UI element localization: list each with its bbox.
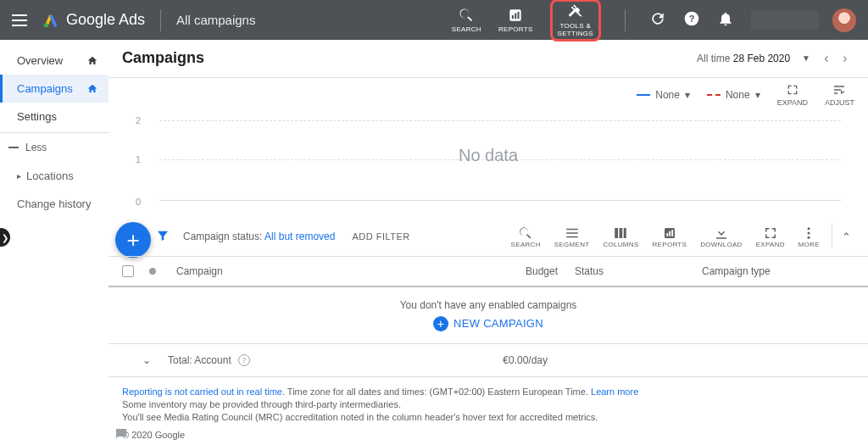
help-icon[interactable]: ? — [238, 354, 250, 366]
filter-icon[interactable] — [156, 229, 170, 245]
chart-expand-button[interactable]: EXPAND — [777, 83, 808, 107]
sidebar-item-settings[interactable]: Settings — [0, 103, 108, 131]
sidebar-item-label: Overview — [17, 54, 63, 67]
tools-settings-label-2: SETTINGS — [558, 30, 593, 37]
select-all-checkbox[interactable] — [122, 265, 134, 277]
sidebar-less-toggle[interactable]: Less — [0, 132, 108, 162]
help-icon[interactable]: ? — [683, 10, 700, 30]
chart-area: 2 1 0 No data — [136, 112, 841, 207]
svg-text:?: ? — [689, 14, 695, 24]
hamburger-icon[interactable] — [12, 11, 31, 30]
sidebar-item-label: Locations — [26, 170, 74, 182]
context-label[interactable]: All campaigns — [176, 13, 255, 27]
search-label: SEARCH — [452, 25, 481, 33]
table-search-button[interactable]: SEARCH — [511, 225, 541, 248]
brand-text: Google Ads — [66, 11, 145, 29]
divider — [832, 224, 832, 249]
collapse-chart-button[interactable]: ⌃ — [837, 228, 854, 245]
sidebar-item-overview[interactable]: Overview — [0, 47, 108, 75]
svg-rect-3 — [515, 14, 516, 19]
expand-total-icon[interactable]: ⌄ — [122, 354, 156, 366]
axis-line — [159, 200, 841, 201]
copyright: © 2020 Google — [122, 429, 854, 442]
campaign-status-filter[interactable]: Campaign status: All but removed — [183, 231, 335, 242]
account-chip[interactable] — [751, 11, 819, 30]
more-button[interactable]: MORE — [798, 225, 820, 248]
less-label: Less — [25, 142, 47, 153]
col-campaign-type[interactable]: Campaign type — [702, 265, 854, 277]
notifications-icon[interactable] — [717, 10, 734, 30]
date-range[interactable]: All time 28 Feb 2020 — [697, 53, 790, 64]
plus-icon: + — [433, 316, 448, 331]
ads-logo-icon — [42, 12, 59, 29]
svg-rect-2 — [512, 15, 514, 19]
svg-rect-13 — [671, 230, 673, 236]
feedback-icon[interactable] — [114, 426, 129, 442]
reports-tool[interactable]: REPORTS — [498, 7, 533, 33]
svg-point-14 — [808, 227, 810, 230]
chevron-down-icon: ▾ — [685, 89, 690, 101]
sidebar-item-change-history[interactable]: Change history — [0, 190, 108, 218]
y-tick: 0 — [136, 197, 141, 207]
chart-controls: None▾ None▾ EXPAND ADJUST — [108, 78, 868, 112]
segment-button[interactable]: SEGMENT — [554, 225, 590, 248]
sidebar-item-label: Change history — [17, 197, 91, 210]
chevron-down-icon[interactable]: ▼ — [802, 53, 810, 63]
home-icon — [86, 55, 98, 67]
svg-rect-4 — [518, 12, 520, 19]
red-swatch-icon — [707, 94, 721, 96]
status-dot-icon — [149, 268, 156, 275]
new-campaign-button[interactable]: + NEW CAMPAIGN — [433, 316, 543, 331]
add-filter-button[interactable]: ADD FILTER — [352, 231, 409, 242]
minus-icon — [8, 147, 19, 148]
total-budget: €0.00/day — [454, 354, 565, 366]
gridline — [159, 120, 841, 121]
main-content: Campaigns All time 28 Feb 2020 ▼ ‹ › Non… — [108, 40, 868, 445]
date-next-button[interactable]: › — [836, 49, 854, 68]
learn-more-link[interactable]: Learn more — [591, 387, 638, 397]
series-selector-1[interactable]: None▾ — [637, 89, 690, 101]
tools-settings-tool[interactable]: TOOLS & SETTINGS — [550, 0, 601, 42]
footer: Reporting is not carried out in real tim… — [108, 377, 868, 445]
reporting-notice-link[interactable]: Reporting is not carried out in real tim… — [122, 387, 285, 397]
svg-rect-7 — [615, 228, 619, 238]
chevron-right-icon: ▸ — [17, 171, 21, 181]
date-prev-button[interactable]: ‹ — [817, 49, 836, 68]
col-budget[interactable]: Budget — [465, 265, 575, 277]
svg-rect-8 — [620, 228, 623, 238]
new-campaign-label: NEW CAMPAIGN — [453, 317, 543, 330]
svg-point-0 — [44, 23, 48, 27]
empty-state: You don't have any enabled campaigns + N… — [108, 287, 868, 344]
sidebar-item-campaigns[interactable]: Campaigns — [0, 75, 108, 103]
svg-rect-11 — [666, 233, 668, 236]
refresh-icon[interactable] — [649, 10, 666, 30]
sidebar-item-label: Settings — [17, 110, 57, 123]
tools-settings-label-1: TOOLS & — [559, 22, 591, 30]
chart-adjust-button[interactable]: ADJUST — [825, 83, 854, 107]
timezone-text: Time zone for all dates and times: (GMT+… — [285, 387, 591, 397]
table-expand-button[interactable]: EXPAND — [756, 225, 785, 248]
table-reports-button[interactable]: REPORTS — [653, 225, 687, 248]
search-tool[interactable]: SEARCH — [452, 7, 481, 33]
svg-rect-9 — [624, 228, 626, 238]
download-button[interactable]: DOWNLOAD — [700, 225, 743, 248]
col-campaign[interactable]: Campaign — [176, 265, 465, 277]
divider — [625, 9, 626, 31]
footer-line-3: You'll see Media Rating Council (MRC) ac… — [122, 411, 854, 424]
top-bar: Google Ads All campaigns SEARCH REPORTS … — [0, 0, 868, 40]
columns-button[interactable]: COLUMNS — [603, 225, 638, 248]
sidebar-item-locations[interactable]: ▸Locations — [0, 162, 108, 190]
left-sidebar: Overview Campaigns Settings Less ▸Locati… — [0, 40, 108, 445]
page-title: Campaigns — [122, 49, 204, 67]
svg-point-16 — [808, 236, 810, 238]
series-selector-2[interactable]: None▾ — [707, 89, 760, 101]
brand-logo[interactable]: Google Ads — [42, 11, 145, 29]
avatar[interactable] — [832, 8, 856, 32]
filter-bar: Campaign status: All but removed ADD FIL… — [108, 217, 868, 257]
sidebar-item-label: Campaigns — [17, 82, 73, 95]
col-status[interactable]: Status — [575, 265, 702, 277]
reports-label: REPORTS — [498, 25, 533, 33]
blue-swatch-icon — [637, 94, 650, 96]
footer-line-2: Some inventory may be provided through t… — [122, 398, 854, 411]
page-header: Campaigns All time 28 Feb 2020 ▼ ‹ › — [108, 40, 868, 78]
